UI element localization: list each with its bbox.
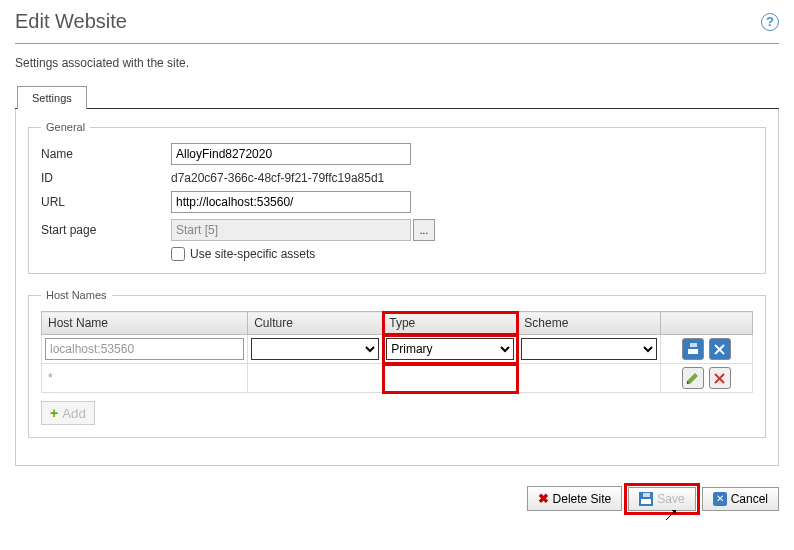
url-label: URL (41, 195, 171, 209)
hostname-input[interactable] (45, 338, 244, 360)
col-actions (660, 312, 752, 335)
startpage-label: Start page (41, 223, 171, 237)
settings-panel: General Name ID d7a20c67-366c-48cf-9f21-… (15, 109, 779, 466)
save-label: Save (657, 492, 684, 506)
col-culture: Culture (248, 312, 383, 335)
row-sitespecific: Use site-specific assets (171, 247, 753, 261)
name-input[interactable] (171, 143, 411, 165)
sitespecific-label: Use site-specific assets (190, 247, 315, 261)
add-label: Add (62, 406, 86, 421)
type-select[interactable]: Primary (386, 338, 514, 360)
startpage-browse-button[interactable]: ... (413, 219, 435, 241)
url-input[interactable] (171, 191, 411, 213)
startpage-value: Start [5] (171, 219, 411, 241)
id-value: d7a20c67-366c-48cf-9f21-79ffc19a85d1 (171, 171, 384, 185)
table-row: Primary (42, 335, 753, 364)
row-save-button[interactable] (682, 338, 704, 360)
table-row: * (42, 364, 753, 393)
page-header: Edit Website ? (15, 10, 779, 44)
hostnames-legend: Host Names (41, 289, 112, 301)
pencil-icon (686, 372, 699, 385)
general-legend: General (41, 121, 90, 133)
close-icon (714, 344, 725, 355)
hostnames-fieldset: Host Names Host Name Culture Type Scheme… (28, 289, 766, 438)
row-startpage: Start page Start [5] ... (41, 219, 753, 241)
row-name: Name (41, 143, 753, 165)
hostname-wildcard: * (42, 364, 248, 393)
footer-actions: ✖ Delete Site Save ⭧ ✕ Cancel (15, 486, 779, 511)
svg-rect-11 (643, 493, 650, 497)
tab-strip: Settings (15, 85, 779, 109)
hostnames-table: Host Name Culture Type Scheme Primary (41, 311, 753, 393)
page-title: Edit Website (15, 10, 127, 33)
floppy-icon (686, 342, 700, 356)
row-id: ID d7a20c67-366c-48cf-9f21-79ffc19a85d1 (41, 171, 753, 185)
cancel-button[interactable]: ✕ Cancel (702, 487, 779, 511)
plus-icon: + (50, 405, 58, 421)
svg-rect-2 (690, 343, 697, 347)
scheme-select[interactable] (521, 338, 656, 360)
cursor-icon: ⭧ (663, 506, 679, 522)
culture-select[interactable] (251, 338, 379, 360)
id-label: ID (41, 171, 171, 185)
cancel-label: Cancel (731, 492, 768, 506)
svg-rect-10 (641, 499, 651, 504)
close-icon: ✕ (713, 492, 727, 506)
close-icon (714, 373, 725, 384)
col-hostname: Host Name (42, 312, 248, 335)
name-label: Name (41, 147, 171, 161)
row-url: URL (41, 191, 753, 213)
delete-site-button[interactable]: ✖ Delete Site (527, 486, 623, 511)
help-icon[interactable]: ? (761, 13, 779, 31)
general-fieldset: General Name ID d7a20c67-366c-48cf-9f21-… (28, 121, 766, 274)
save-button[interactable]: Save ⭧ (628, 487, 695, 511)
page-subtitle: Settings associated with the site. (15, 56, 779, 70)
svg-marker-5 (687, 373, 698, 384)
delete-label: Delete Site (553, 492, 612, 506)
svg-rect-1 (688, 349, 698, 354)
sitespecific-checkbox[interactable] (171, 247, 185, 261)
row-remove-button[interactable] (709, 367, 731, 389)
row-edit-button[interactable] (682, 367, 704, 389)
floppy-icon (639, 492, 653, 506)
col-scheme: Scheme (518, 312, 660, 335)
tab-settings[interactable]: Settings (17, 86, 87, 109)
table-header-row: Host Name Culture Type Scheme (42, 312, 753, 335)
row-cancel-button[interactable] (709, 338, 731, 360)
add-host-button[interactable]: + Add (41, 401, 95, 425)
close-icon: ✖ (538, 491, 549, 506)
col-type: Type (383, 312, 518, 335)
